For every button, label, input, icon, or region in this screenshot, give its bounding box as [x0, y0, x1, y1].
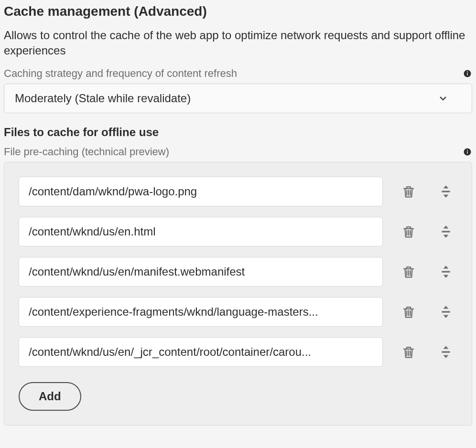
- file-row: [19, 257, 457, 287]
- svg-point-5: [467, 149, 468, 150]
- reorder-icon: [440, 184, 452, 199]
- precache-label-row: File pre-caching (technical preview): [4, 146, 472, 158]
- chevron-down-icon: [437, 93, 449, 104]
- strategy-select-value: Moderately (Stale while revalidate): [15, 92, 437, 105]
- trash-icon: [401, 184, 416, 199]
- section-description: Allows to control the cache of the web a…: [4, 28, 472, 59]
- file-path-input[interactable]: [19, 177, 383, 206]
- info-icon[interactable]: [463, 147, 472, 157]
- file-row: [19, 217, 457, 246]
- strategy-label-row: Caching strategy and frequency of conten…: [4, 67, 472, 80]
- delete-button[interactable]: [397, 180, 420, 203]
- file-row: [19, 297, 457, 327]
- svg-rect-4: [467, 151, 468, 153]
- add-button[interactable]: Add: [19, 382, 81, 411]
- svg-rect-10: [442, 351, 450, 352]
- svg-rect-6: [442, 191, 450, 192]
- file-path-input[interactable]: [19, 257, 383, 287]
- reorder-button[interactable]: [434, 180, 457, 203]
- delete-button[interactable]: [397, 300, 420, 323]
- file-list-container: Add: [4, 162, 472, 426]
- svg-rect-8: [442, 271, 450, 272]
- trash-icon: [401, 265, 416, 279]
- reorder-icon: [440, 224, 452, 239]
- file-path-input[interactable]: [19, 337, 383, 367]
- delete-button[interactable]: [397, 260, 420, 283]
- reorder-button[interactable]: [434, 341, 457, 363]
- strategy-select-wrapper: Moderately (Stale while revalidate): [4, 84, 472, 113]
- info-icon[interactable]: [463, 69, 472, 78]
- svg-point-2: [467, 71, 468, 72]
- file-path-input[interactable]: [19, 297, 383, 327]
- reorder-button[interactable]: [434, 300, 457, 323]
- reorder-button[interactable]: [434, 220, 457, 243]
- offline-title: Files to cache for offline use: [4, 126, 472, 139]
- strategy-label: Caching strategy and frequency of conten…: [4, 67, 237, 80]
- reorder-icon: [440, 305, 452, 319]
- trash-icon: [401, 224, 416, 239]
- trash-icon: [401, 305, 416, 319]
- precache-label: File pre-caching (technical preview): [4, 146, 169, 158]
- delete-button[interactable]: [397, 341, 420, 363]
- file-row: [19, 177, 457, 206]
- svg-rect-1: [467, 73, 468, 75]
- svg-rect-7: [442, 231, 450, 232]
- strategy-select[interactable]: Moderately (Stale while revalidate): [4, 84, 472, 113]
- delete-button[interactable]: [397, 220, 420, 243]
- trash-icon: [401, 345, 416, 359]
- svg-rect-9: [442, 311, 450, 312]
- file-path-input[interactable]: [19, 217, 383, 246]
- section-title: Cache management (Advanced): [4, 4, 472, 19]
- reorder-icon: [440, 345, 452, 359]
- file-row: [19, 337, 457, 367]
- reorder-button[interactable]: [434, 260, 457, 283]
- reorder-icon: [440, 265, 452, 279]
